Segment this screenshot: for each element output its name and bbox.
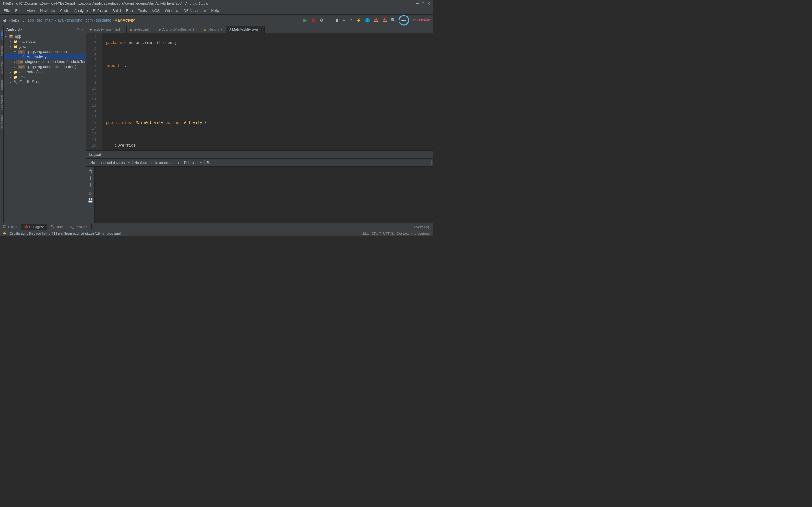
breadcrumb-main[interactable]: main	[45, 18, 54, 22]
toolbar-btn-6[interactable]: ⚡	[355, 17, 363, 23]
menu-view[interactable]: View	[24, 8, 38, 14]
tree-item-generatedjava[interactable]: ▸ 📁 generatedJava	[4, 69, 86, 74]
menu-vcs[interactable]: VCS	[149, 8, 162, 14]
logcat-clear-button[interactable]: 🗑	[87, 168, 94, 174]
bottom-tab-terminal[interactable]: >_ Terminal	[67, 224, 92, 230]
search-toolbar-button[interactable]: 🔍	[389, 17, 397, 23]
context-info: Context: <no context>	[397, 232, 431, 235]
tab-close-title[interactable]: ×	[221, 28, 223, 32]
tab-mainactivity-java[interactable]: J MainActivity.java ×	[226, 26, 264, 33]
menu-file[interactable]: File	[1, 8, 12, 14]
tree-item-manifests[interactable]: ▾ 📁 manifests	[4, 39, 86, 44]
menu-refactor[interactable]: Refactor	[90, 8, 110, 14]
breadcrumb-qingsong[interactable]: qingsong	[67, 18, 83, 22]
toolbar-btn-5[interactable]: ↺	[348, 17, 354, 23]
menu-tools[interactable]: Tools	[136, 8, 149, 14]
menu-navigate[interactable]: Navigate	[38, 8, 57, 14]
tab-styles-xml[interactable]: ◈ styles.xml ×	[126, 26, 155, 33]
toolbar-btn-7[interactable]: 🌐	[363, 17, 371, 23]
sidebar-item-build-variants[interactable]: Build Variants	[0, 92, 3, 113]
tree-label-mainactivity: MainActivity	[26, 55, 47, 59]
breadcrumb-com[interactable]: com	[86, 18, 93, 22]
tree-item-package-androidtest[interactable]: ▸ com qingsong.com.titledemo (androidTes…	[4, 59, 86, 64]
tab-close-activity-main[interactable]: ×	[121, 28, 123, 32]
breadcrumb-mainactivity[interactable]: MainActivity	[114, 18, 135, 22]
toolbar-btn-3[interactable]: ⏹	[334, 17, 340, 23]
regex-checkbox[interactable]	[433, 161, 433, 165]
logcat-content[interactable]	[95, 167, 433, 223]
tree-item-mainactivity[interactable]: C MainActivity	[4, 54, 86, 59]
tree-label-package-main: qingsong.com.titledemo	[27, 49, 67, 54]
tree-item-package-main[interactable]: ▾ com qingsong.com.titledemo	[4, 49, 86, 54]
toolbar-back-button[interactable]: ◀	[1, 17, 8, 24]
toolbar-btn-1[interactable]: ⚙	[318, 17, 325, 23]
project-panel-collapse[interactable]: −	[81, 27, 84, 32]
close-button[interactable]: ✕	[427, 1, 431, 6]
tree-item-res[interactable]: ▸ 📁 res	[4, 74, 86, 79]
toolbar-btn-9[interactable]: 📤	[380, 17, 389, 23]
menu-edit[interactable]: Edit	[12, 8, 24, 14]
tab-activity-main-xml[interactable]: ◈ activity_main.xml ×	[86, 26, 126, 33]
window-controls[interactable]: ─ □ ✕	[416, 1, 431, 6]
tab-androidmanifest-xml[interactable]: ◈ AndroidManifest.xml ×	[155, 26, 201, 33]
tab-title-xml[interactable]: ◈ title.xml ×	[200, 26, 226, 33]
breadcrumb-titledemo[interactable]: titledemo	[96, 18, 111, 22]
package-icon: com	[18, 65, 25, 69]
breadcrumb-java[interactable]: java	[57, 18, 64, 22]
toolbar-btn-2[interactable]: ⏸	[326, 17, 333, 23]
loglevel-dropdown[interactable]: Debug Verbose Info Warn Error	[182, 160, 203, 165]
bottom-tab-build[interactable]: 🔨 Build	[47, 224, 67, 230]
breadcrumb-src[interactable]: src	[37, 18, 42, 22]
code-line-8: public class MainActivity extends Activi…	[105, 120, 433, 125]
process-dropdown[interactable]: No debuggable processe:	[132, 160, 181, 165]
menu-analyze[interactable]: Analyze	[72, 8, 90, 14]
bottom-tab-todo[interactable]: ☑ TODO	[0, 224, 21, 230]
cpu-percent: 94%	[401, 19, 406, 21]
menu-window[interactable]: Window	[162, 8, 181, 14]
menu-build[interactable]: Build	[110, 8, 123, 14]
tab-close-androidmanifest[interactable]: ×	[195, 28, 197, 32]
tree-item-app[interactable]: ▾ 📦 app	[4, 34, 86, 39]
code-line-1: package qingsong.com.titledemo;	[105, 40, 433, 46]
tree-label-java: java	[19, 44, 26, 49]
toolbar-btn-8[interactable]: 📥	[372, 17, 380, 23]
tree-item-gradle[interactable]: ▸ 🔧 Gradle Scripts	[4, 79, 86, 84]
run-button[interactable]: ▶	[302, 16, 309, 24]
breadcrumb-app[interactable]: app	[28, 18, 34, 22]
sidebar-item-favorites[interactable]: 2: Favorites	[0, 113, 3, 131]
minimize-button[interactable]: ─	[416, 1, 419, 6]
code-editor[interactable]: package qingsong.com.titledemo; import .…	[102, 33, 433, 150]
fold-class[interactable]: ⊟	[98, 74, 102, 80]
sidebar-item-captures[interactable]: Captures	[0, 43, 3, 58]
file-encoding[interactable]: UTF-8:	[383, 232, 394, 235]
menu-code[interactable]: Code	[57, 8, 72, 14]
bottom-tab-event-log[interactable]: Event Log	[411, 224, 433, 230]
logcat-wrap-button[interactable]: ⚙	[87, 190, 94, 196]
logcat-upload-button[interactable]: ⬆	[87, 175, 94, 181]
maximize-button[interactable]: □	[422, 1, 424, 6]
menu-db-navigator[interactable]: DB Navigator	[181, 8, 208, 14]
tab-close-mainactivity[interactable]: ×	[259, 28, 261, 32]
sidebar-item-db-browser[interactable]: DB Browser	[0, 58, 3, 77]
toolbar-btn-4[interactable]: ↩	[341, 17, 347, 23]
project-panel-settings[interactable]: ⚙	[77, 27, 80, 32]
logcat-save-button[interactable]: 💾	[86, 197, 94, 204]
cursor-position[interactable]: 22:1	[362, 232, 369, 235]
menu-help[interactable]: Help	[208, 8, 221, 14]
sidebar-item-structure[interactable]: Structure	[0, 77, 3, 92]
menu-run[interactable]: Run	[123, 8, 136, 14]
logcat-search-input[interactable]	[204, 160, 432, 165]
line-ending[interactable]: CRLF	[371, 232, 380, 235]
fold-method[interactable]: ⊟	[98, 91, 102, 97]
sidebar-item-project[interactable]: 1: Project	[0, 27, 3, 43]
logcat-download-button[interactable]: ⬇	[87, 182, 94, 188]
tab-close-styles[interactable]: ×	[150, 28, 152, 32]
project-panel-dropdown[interactable]: ▾	[21, 28, 22, 32]
bottom-tab-logcat[interactable]: 🐞 6: Logcat	[21, 224, 47, 230]
fold-markers: ⊟ ⊟	[98, 33, 102, 150]
tree-item-java[interactable]: ▾ 📁 java	[4, 44, 86, 49]
debug-button[interactable]: 🐞	[309, 17, 317, 23]
tree-item-package-test[interactable]: ▸ com qingsong.com.titledemo (test)	[4, 64, 86, 69]
code-line-9	[105, 131, 433, 137]
devices-dropdown[interactable]: No connected devices	[88, 160, 131, 165]
